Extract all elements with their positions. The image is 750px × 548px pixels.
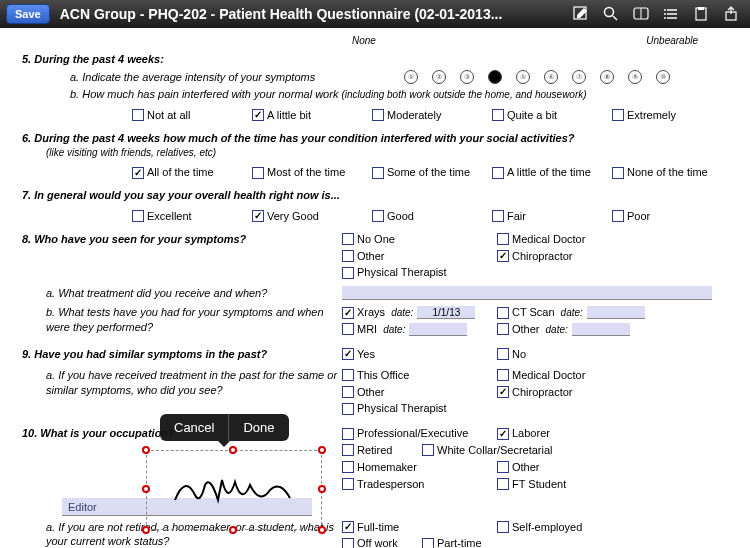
svg-point-1 xyxy=(605,8,614,17)
mri-date[interactable] xyxy=(409,323,467,336)
cb-parttime[interactable] xyxy=(422,538,434,548)
signature-icon xyxy=(170,470,300,510)
scale-4[interactable] xyxy=(488,70,502,84)
cb-xrays[interactable] xyxy=(342,307,354,319)
cb-chiro9[interactable] xyxy=(497,386,509,398)
share-icon[interactable] xyxy=(722,5,740,23)
cb-other10[interactable] xyxy=(497,461,509,473)
cb-other8[interactable] xyxy=(342,250,354,262)
cb-extremely[interactable] xyxy=(612,109,624,121)
cb-thisoffice[interactable] xyxy=(342,369,354,381)
cb-whitecollar[interactable] xyxy=(422,444,434,456)
q5b-paren: (including both work outside the home, a… xyxy=(341,89,586,100)
scale-1[interactable]: ① xyxy=(404,70,418,84)
done-button[interactable]: Done xyxy=(229,414,288,441)
navbar: Save ACN Group - PHQ-202 - Patient Healt… xyxy=(0,0,750,28)
cb-offwork[interactable] xyxy=(342,538,354,548)
svg-point-9 xyxy=(664,13,666,15)
svg-point-10 xyxy=(664,17,666,19)
compose-icon[interactable] xyxy=(572,5,590,23)
handle-mr[interactable] xyxy=(318,485,326,493)
form-body: NoneUnbearable 5. During the past 4 week… xyxy=(0,28,750,548)
svg-point-8 xyxy=(664,9,666,11)
cb-quitebit[interactable] xyxy=(492,109,504,121)
q8b: b. What tests have you had for your symp… xyxy=(22,305,342,335)
cb-selfemp[interactable] xyxy=(497,521,509,533)
q9a: a. If you have received treatment in the… xyxy=(22,368,342,398)
q8a: a. What treatment did you receive and wh… xyxy=(22,286,342,301)
cb-poor[interactable] xyxy=(612,210,624,222)
q5-head: 5. During the past 4 weeks: xyxy=(22,52,728,67)
scale-10[interactable]: ⑩ xyxy=(656,70,670,84)
scale-2[interactable]: ② xyxy=(432,70,446,84)
cb-md9[interactable] xyxy=(497,369,509,381)
handle-bc[interactable] xyxy=(229,526,237,534)
cb-littletime[interactable] xyxy=(492,167,504,179)
scale-3[interactable]: ③ xyxy=(460,70,474,84)
cb-nonetime[interactable] xyxy=(612,167,624,179)
cb-othert[interactable] xyxy=(497,323,509,335)
cb-littlebit[interactable] xyxy=(252,109,264,121)
cb-good[interactable] xyxy=(372,210,384,222)
cb-notatall[interactable] xyxy=(132,109,144,121)
other-date[interactable] xyxy=(572,323,630,336)
treatment-field[interactable] xyxy=(342,286,712,300)
scale-unbearable: Unbearable xyxy=(646,34,698,48)
scale-9[interactable]: ⑨ xyxy=(628,70,642,84)
scale-6[interactable]: ⑥ xyxy=(544,70,558,84)
cb-laborer[interactable] xyxy=(497,428,509,440)
cb-alltime[interactable] xyxy=(132,167,144,179)
handle-tr[interactable] xyxy=(318,446,326,454)
handle-br[interactable] xyxy=(318,526,326,534)
cb-fulltime[interactable] xyxy=(342,521,354,533)
scale-8[interactable]: ⑧ xyxy=(600,70,614,84)
handle-tc[interactable] xyxy=(229,446,237,454)
bookmark-icon[interactable] xyxy=(632,5,650,23)
cb-excellent[interactable] xyxy=(132,210,144,222)
q6-paren: (like visiting with friends, relatives, … xyxy=(46,146,728,160)
cb-pt8[interactable] xyxy=(342,267,354,279)
cb-mri[interactable] xyxy=(342,323,354,335)
cb-ct[interactable] xyxy=(497,307,509,319)
svg-line-2 xyxy=(613,16,617,20)
toolbar xyxy=(572,5,744,23)
save-button[interactable]: Save xyxy=(6,4,50,24)
handle-bl[interactable] xyxy=(142,526,150,534)
svg-rect-12 xyxy=(698,7,704,10)
q5a: a. Indicate the average intensity of you… xyxy=(70,70,376,85)
handle-ml[interactable] xyxy=(142,485,150,493)
cb-prof[interactable] xyxy=(342,428,354,440)
cb-trades[interactable] xyxy=(342,478,354,490)
cb-retired[interactable] xyxy=(342,444,354,456)
scale-7[interactable]: ⑦ xyxy=(572,70,586,84)
cb-sometime[interactable] xyxy=(372,167,384,179)
cancel-button[interactable]: Cancel xyxy=(160,414,229,441)
xray-date[interactable]: 1/1/13 xyxy=(417,306,475,319)
q9-head: 9. Have you had similar symptoms in the … xyxy=(22,347,342,362)
cb-noone[interactable] xyxy=(342,233,354,245)
cb-fair[interactable] xyxy=(492,210,504,222)
cb-other9[interactable] xyxy=(342,386,354,398)
q5b: b. How much has pain interfered with you… xyxy=(70,88,341,100)
list-icon[interactable] xyxy=(662,5,680,23)
cb-ftstudent[interactable] xyxy=(497,478,509,490)
cb-mosttime[interactable] xyxy=(252,167,264,179)
page-title: ACN Group - PHQ-202 - Patient Health Que… xyxy=(50,6,572,22)
cb-pt9[interactable] xyxy=(342,403,354,415)
cb-md8[interactable] xyxy=(497,233,509,245)
clipboard-icon[interactable] xyxy=(692,5,710,23)
scale-5[interactable]: ⑤ xyxy=(516,70,530,84)
cb-yes[interactable] xyxy=(342,348,354,360)
q6-head: 6. During the past 4 weeks how much of t… xyxy=(22,131,728,146)
cb-homemaker[interactable] xyxy=(342,461,354,473)
cb-moderately[interactable] xyxy=(372,109,384,121)
ct-date[interactable] xyxy=(587,306,645,319)
cb-verygood[interactable] xyxy=(252,210,264,222)
search-icon[interactable] xyxy=(602,5,620,23)
q8-head: 8. Who have you seen for your symptoms? xyxy=(22,232,342,247)
edit-popup: Cancel Done xyxy=(160,414,289,441)
cb-no[interactable] xyxy=(497,348,509,360)
handle-tl[interactable] xyxy=(142,446,150,454)
cb-chiro8[interactable] xyxy=(497,250,509,262)
pain-scale: ① ② ③ ⑤ ⑥ ⑦ ⑧ ⑨ ⑩ xyxy=(404,70,670,84)
